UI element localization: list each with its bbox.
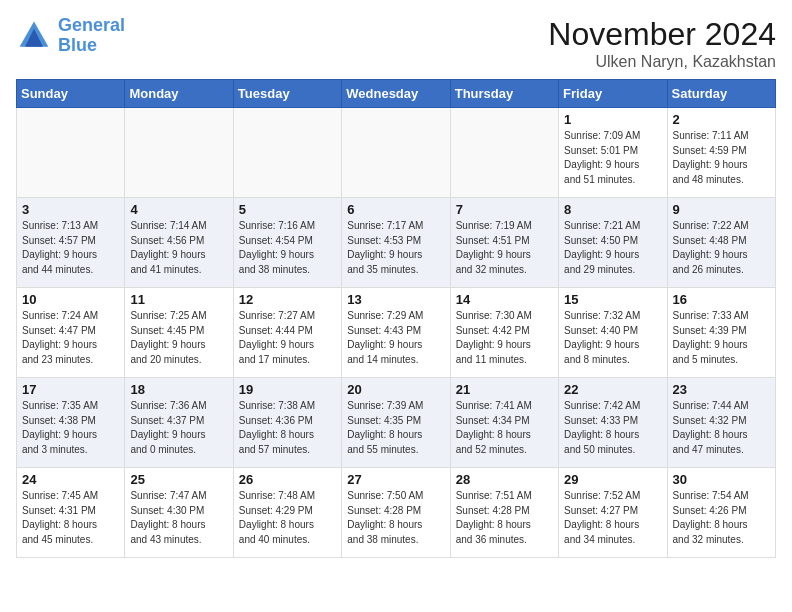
day-number: 15 [564, 292, 661, 307]
day-info: Sunrise: 7:36 AM Sunset: 4:37 PM Dayligh… [130, 399, 227, 457]
location: Ulken Naryn, Kazakhstan [548, 53, 776, 71]
day-info: Sunrise: 7:29 AM Sunset: 4:43 PM Dayligh… [347, 309, 444, 367]
calendar-table: SundayMondayTuesdayWednesdayThursdayFrid… [16, 79, 776, 558]
day-number: 30 [673, 472, 770, 487]
calendar-cell: 22Sunrise: 7:42 AM Sunset: 4:33 PM Dayli… [559, 378, 667, 468]
day-info: Sunrise: 7:44 AM Sunset: 4:32 PM Dayligh… [673, 399, 770, 457]
calendar-cell: 20Sunrise: 7:39 AM Sunset: 4:35 PM Dayli… [342, 378, 450, 468]
day-number: 11 [130, 292, 227, 307]
calendar-cell [233, 108, 341, 198]
title-block: November 2024 Ulken Naryn, Kazakhstan [548, 16, 776, 71]
calendar-cell [125, 108, 233, 198]
calendar-cell: 26Sunrise: 7:48 AM Sunset: 4:29 PM Dayli… [233, 468, 341, 558]
calendar-cell [17, 108, 125, 198]
calendar-cell: 18Sunrise: 7:36 AM Sunset: 4:37 PM Dayli… [125, 378, 233, 468]
day-info: Sunrise: 7:39 AM Sunset: 4:35 PM Dayligh… [347, 399, 444, 457]
weekday-header-row: SundayMondayTuesdayWednesdayThursdayFrid… [17, 80, 776, 108]
day-info: Sunrise: 7:48 AM Sunset: 4:29 PM Dayligh… [239, 489, 336, 547]
day-info: Sunrise: 7:38 AM Sunset: 4:36 PM Dayligh… [239, 399, 336, 457]
day-info: Sunrise: 7:16 AM Sunset: 4:54 PM Dayligh… [239, 219, 336, 277]
calendar-cell [450, 108, 558, 198]
day-number: 25 [130, 472, 227, 487]
weekday-header-sunday: Sunday [17, 80, 125, 108]
page-header: General Blue November 2024 Ulken Naryn, … [16, 16, 776, 71]
calendar-cell: 17Sunrise: 7:35 AM Sunset: 4:38 PM Dayli… [17, 378, 125, 468]
day-info: Sunrise: 7:13 AM Sunset: 4:57 PM Dayligh… [22, 219, 119, 277]
weekday-header-monday: Monday [125, 80, 233, 108]
day-info: Sunrise: 7:32 AM Sunset: 4:40 PM Dayligh… [564, 309, 661, 367]
day-number: 16 [673, 292, 770, 307]
calendar-cell [342, 108, 450, 198]
logo-text: General Blue [58, 16, 125, 56]
weekday-header-tuesday: Tuesday [233, 80, 341, 108]
calendar-cell: 4Sunrise: 7:14 AM Sunset: 4:56 PM Daylig… [125, 198, 233, 288]
calendar-cell: 25Sunrise: 7:47 AM Sunset: 4:30 PM Dayli… [125, 468, 233, 558]
day-info: Sunrise: 7:52 AM Sunset: 4:27 PM Dayligh… [564, 489, 661, 547]
week-row-4: 17Sunrise: 7:35 AM Sunset: 4:38 PM Dayli… [17, 378, 776, 468]
calendar-cell: 10Sunrise: 7:24 AM Sunset: 4:47 PM Dayli… [17, 288, 125, 378]
calendar-cell: 12Sunrise: 7:27 AM Sunset: 4:44 PM Dayli… [233, 288, 341, 378]
calendar-cell: 13Sunrise: 7:29 AM Sunset: 4:43 PM Dayli… [342, 288, 450, 378]
day-info: Sunrise: 7:35 AM Sunset: 4:38 PM Dayligh… [22, 399, 119, 457]
calendar-cell: 28Sunrise: 7:51 AM Sunset: 4:28 PM Dayli… [450, 468, 558, 558]
week-row-3: 10Sunrise: 7:24 AM Sunset: 4:47 PM Dayli… [17, 288, 776, 378]
day-info: Sunrise: 7:45 AM Sunset: 4:31 PM Dayligh… [22, 489, 119, 547]
calendar-cell: 29Sunrise: 7:52 AM Sunset: 4:27 PM Dayli… [559, 468, 667, 558]
day-info: Sunrise: 7:33 AM Sunset: 4:39 PM Dayligh… [673, 309, 770, 367]
calendar-cell: 7Sunrise: 7:19 AM Sunset: 4:51 PM Daylig… [450, 198, 558, 288]
day-info: Sunrise: 7:09 AM Sunset: 5:01 PM Dayligh… [564, 129, 661, 187]
week-row-1: 1Sunrise: 7:09 AM Sunset: 5:01 PM Daylig… [17, 108, 776, 198]
day-info: Sunrise: 7:14 AM Sunset: 4:56 PM Dayligh… [130, 219, 227, 277]
calendar-cell: 27Sunrise: 7:50 AM Sunset: 4:28 PM Dayli… [342, 468, 450, 558]
day-number: 20 [347, 382, 444, 397]
calendar-cell: 24Sunrise: 7:45 AM Sunset: 4:31 PM Dayli… [17, 468, 125, 558]
calendar-cell: 5Sunrise: 7:16 AM Sunset: 4:54 PM Daylig… [233, 198, 341, 288]
day-info: Sunrise: 7:41 AM Sunset: 4:34 PM Dayligh… [456, 399, 553, 457]
day-number: 14 [456, 292, 553, 307]
weekday-header-friday: Friday [559, 80, 667, 108]
day-number: 13 [347, 292, 444, 307]
week-row-5: 24Sunrise: 7:45 AM Sunset: 4:31 PM Dayli… [17, 468, 776, 558]
weekday-header-thursday: Thursday [450, 80, 558, 108]
calendar-cell: 2Sunrise: 7:11 AM Sunset: 4:59 PM Daylig… [667, 108, 775, 198]
day-number: 19 [239, 382, 336, 397]
day-number: 29 [564, 472, 661, 487]
day-info: Sunrise: 7:50 AM Sunset: 4:28 PM Dayligh… [347, 489, 444, 547]
day-info: Sunrise: 7:17 AM Sunset: 4:53 PM Dayligh… [347, 219, 444, 277]
calendar-cell: 21Sunrise: 7:41 AM Sunset: 4:34 PM Dayli… [450, 378, 558, 468]
day-info: Sunrise: 7:51 AM Sunset: 4:28 PM Dayligh… [456, 489, 553, 547]
day-info: Sunrise: 7:27 AM Sunset: 4:44 PM Dayligh… [239, 309, 336, 367]
day-number: 10 [22, 292, 119, 307]
day-number: 18 [130, 382, 227, 397]
day-info: Sunrise: 7:21 AM Sunset: 4:50 PM Dayligh… [564, 219, 661, 277]
logo-icon [16, 18, 52, 54]
day-number: 26 [239, 472, 336, 487]
day-info: Sunrise: 7:42 AM Sunset: 4:33 PM Dayligh… [564, 399, 661, 457]
calendar-cell: 9Sunrise: 7:22 AM Sunset: 4:48 PM Daylig… [667, 198, 775, 288]
day-info: Sunrise: 7:54 AM Sunset: 4:26 PM Dayligh… [673, 489, 770, 547]
day-info: Sunrise: 7:19 AM Sunset: 4:51 PM Dayligh… [456, 219, 553, 277]
day-number: 21 [456, 382, 553, 397]
week-row-2: 3Sunrise: 7:13 AM Sunset: 4:57 PM Daylig… [17, 198, 776, 288]
calendar-cell: 11Sunrise: 7:25 AM Sunset: 4:45 PM Dayli… [125, 288, 233, 378]
calendar-cell: 3Sunrise: 7:13 AM Sunset: 4:57 PM Daylig… [17, 198, 125, 288]
calendar-cell: 6Sunrise: 7:17 AM Sunset: 4:53 PM Daylig… [342, 198, 450, 288]
calendar-cell: 8Sunrise: 7:21 AM Sunset: 4:50 PM Daylig… [559, 198, 667, 288]
calendar-cell: 1Sunrise: 7:09 AM Sunset: 5:01 PM Daylig… [559, 108, 667, 198]
day-info: Sunrise: 7:11 AM Sunset: 4:59 PM Dayligh… [673, 129, 770, 187]
day-info: Sunrise: 7:25 AM Sunset: 4:45 PM Dayligh… [130, 309, 227, 367]
calendar-cell: 15Sunrise: 7:32 AM Sunset: 4:40 PM Dayli… [559, 288, 667, 378]
day-info: Sunrise: 7:30 AM Sunset: 4:42 PM Dayligh… [456, 309, 553, 367]
day-number: 22 [564, 382, 661, 397]
day-number: 27 [347, 472, 444, 487]
day-number: 8 [564, 202, 661, 217]
weekday-header-saturday: Saturday [667, 80, 775, 108]
day-number: 7 [456, 202, 553, 217]
day-number: 12 [239, 292, 336, 307]
day-number: 17 [22, 382, 119, 397]
day-number: 2 [673, 112, 770, 127]
day-number: 9 [673, 202, 770, 217]
calendar-cell: 19Sunrise: 7:38 AM Sunset: 4:36 PM Dayli… [233, 378, 341, 468]
logo: General Blue [16, 16, 125, 56]
day-number: 5 [239, 202, 336, 217]
